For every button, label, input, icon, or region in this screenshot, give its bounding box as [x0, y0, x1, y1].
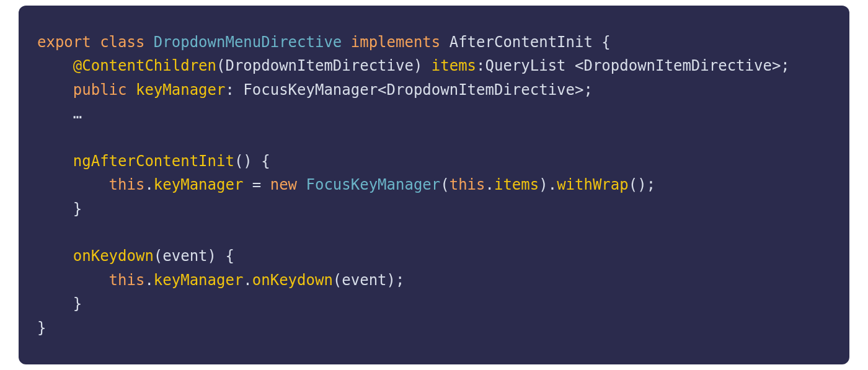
rparen: ) [539, 176, 547, 193]
brace-open: { [601, 33, 610, 51]
method-withwrap: withWrap [557, 176, 629, 193]
eq: = [243, 176, 270, 193]
constructor-focuskeymanager: FocusKeyManager [306, 176, 441, 193]
property-items: items [494, 176, 539, 193]
keyword-implements: implements [351, 33, 441, 51]
keyword-this: this [109, 176, 145, 193]
parens: () [234, 152, 252, 170]
dot: . [548, 176, 557, 193]
type-querylist: QueryList [485, 57, 565, 74]
rparen: ) [387, 271, 396, 289]
code-line-12: } [37, 295, 82, 312]
rparen: ) [208, 247, 216, 265]
param-event: event [342, 271, 386, 289]
indent [37, 247, 73, 265]
param-event: event [162, 247, 207, 265]
indent [37, 105, 73, 122]
type-focuskeymanager: FocusKeyManager [243, 81, 378, 99]
code-line-3: public keyManager: FocusKeyManager<Dropd… [37, 81, 593, 99]
method-ngaftercontentinit: ngAfterContentInit [73, 152, 234, 170]
gt: > [772, 57, 781, 74]
gt: > [575, 81, 583, 99]
indent [37, 81, 73, 99]
lt: < [378, 81, 386, 99]
generic-type: DropdownItemDirective [387, 81, 575, 99]
semi: ; [647, 176, 655, 193]
decorator-arg: DropdownItemDirective [225, 57, 413, 74]
decorator: @ContentChildren [73, 57, 216, 74]
code-line-13: } [37, 319, 46, 337]
indent [37, 176, 109, 193]
dot: . [485, 176, 494, 193]
rparen: ) [414, 57, 422, 74]
lparen: ( [440, 176, 449, 193]
method-onkeydown-call: onKeydown [252, 271, 333, 289]
property-keymanager: keyManager [154, 176, 244, 193]
keyword-new: new [270, 176, 297, 193]
space [566, 57, 575, 74]
semi: ; [781, 57, 789, 74]
code-line-10: onKeydown(event) { [37, 247, 234, 265]
dot: . [243, 271, 252, 289]
dot: . [144, 176, 153, 193]
lparen: ( [333, 271, 342, 289]
method-onkeydown: onKeydown [73, 247, 154, 265]
class-name: DropdownMenuDirective [154, 33, 342, 51]
code-line-2: @ContentChildren(DropdownItemDirective) … [37, 57, 790, 74]
semi: ; [583, 81, 592, 99]
keyword-this: this [450, 176, 485, 193]
lparen: ( [154, 247, 162, 265]
brace-close: } [73, 295, 82, 312]
indent [37, 200, 73, 218]
parens: () [629, 176, 647, 193]
code-line-6: ngAfterContentInit() { [37, 152, 270, 170]
code-line-4: … [37, 105, 82, 122]
code-line-1: export class DropdownMenuDirective imple… [37, 33, 611, 51]
indent [37, 295, 73, 312]
interface-name: AfterContentInit [450, 33, 593, 51]
property-keymanager: keyManager [136, 81, 226, 99]
indent [37, 152, 73, 170]
colon: : [476, 57, 485, 74]
indent [37, 57, 73, 74]
code-block: export class DropdownMenuDirective imple… [19, 6, 849, 364]
brace-close: } [37, 319, 46, 337]
keyword-this: this [109, 271, 145, 289]
lt: < [575, 57, 583, 74]
property-keymanager: keyManager [154, 271, 244, 289]
keyword-class: class [100, 33, 144, 51]
generic-type: DropdownItemDirective [583, 57, 771, 74]
ellipsis: … [73, 105, 82, 122]
indent [37, 271, 109, 289]
brace-close: } [73, 200, 82, 218]
lparen: ( [216, 57, 225, 74]
brace-open: { [225, 247, 234, 265]
semi: ; [396, 271, 404, 289]
keyword-public: public [73, 81, 127, 99]
colon: : [225, 81, 234, 99]
brace-open: { [261, 152, 270, 170]
code-line-11: this.keyManager.onKeydown(event); [37, 271, 404, 289]
keyword-export: export [37, 33, 91, 51]
code-line-7: this.keyManager = new FocusKeyManager(th… [37, 176, 655, 193]
property-items: items [432, 57, 476, 74]
code-line-8: } [37, 200, 82, 218]
dot: . [144, 271, 153, 289]
